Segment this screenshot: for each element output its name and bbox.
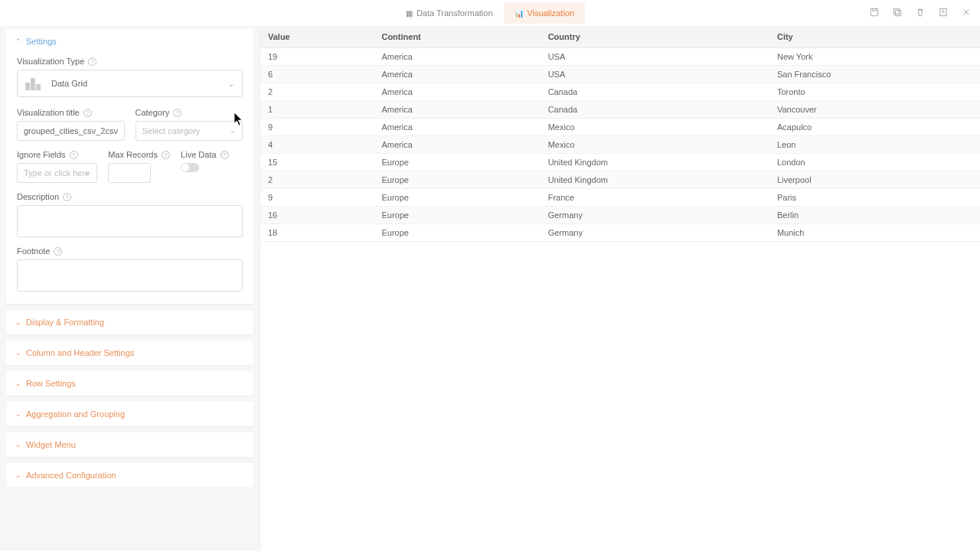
label-footnote: Footnote ? <box>17 246 243 256</box>
trash-icon[interactable] <box>914 6 926 18</box>
tabs: ▦ Data Transformation 📊 Visualization <box>395 2 585 24</box>
table-row[interactable]: 2AmericaCanadaToronto <box>260 83 980 101</box>
svg-rect-0 <box>871 8 877 15</box>
help-icon[interactable]: ? <box>54 247 62 256</box>
column-header[interactable]: Continent <box>374 26 540 48</box>
export-icon[interactable] <box>937 6 949 18</box>
panel-header-aggregation[interactable]: ⌄ Aggregation and Grouping <box>6 402 253 426</box>
chevron-down-icon: ⌄ <box>15 318 21 326</box>
chevron-down-icon: ⌄ <box>15 410 21 418</box>
help-icon[interactable]: ? <box>63 193 71 201</box>
tab-data-transformation[interactable]: ▦ Data Transformation <box>395 2 504 24</box>
chevron-down-icon: ⌄ <box>15 349 21 357</box>
chart-icon: 📊 <box>514 9 524 18</box>
cell: Europe <box>374 207 540 224</box>
column-header[interactable]: City <box>769 26 980 48</box>
chevron-down-icon: ⌄ <box>15 471 21 479</box>
save-icon[interactable] <box>868 6 880 18</box>
panel-header-row[interactable]: ⌄ Row Settings <box>6 371 253 396</box>
help-icon[interactable]: ? <box>220 151 229 159</box>
tab-label: Visualization <box>528 8 575 18</box>
cell: 18 <box>260 224 374 242</box>
help-icon[interactable]: ? <box>83 109 92 117</box>
column-header[interactable]: Country <box>541 26 769 48</box>
panel-title: Widget Menu <box>26 440 76 449</box>
panel-widget: ⌄ Widget Menu <box>6 432 253 457</box>
label-live-data: Live Data ? <box>181 150 243 159</box>
cell: Vancouver <box>769 101 980 119</box>
table-row[interactable]: 9EuropeFranceParis <box>260 189 980 207</box>
label-ignore-fields: Ignore Fields ? <box>17 150 97 159</box>
cell: New York <box>769 48 980 66</box>
table-row[interactable]: 19AmericaUSANew York <box>260 48 980 66</box>
table-row[interactable]: 18EuropeGermanyMunich <box>260 224 980 242</box>
cell: America <box>374 83 540 101</box>
cell: 15 <box>260 154 374 171</box>
cell: London <box>769 154 980 171</box>
top-bar: ▦ Data Transformation 📊 Visualization <box>0 0 980 26</box>
footnote-input[interactable] <box>17 259 243 292</box>
viz-title-input[interactable] <box>17 121 125 141</box>
tab-visualization[interactable]: 📊 Visualization <box>504 2 586 24</box>
panel-column: ⌄ Column and Header Settings <box>6 341 253 365</box>
cell: 1 <box>260 101 374 119</box>
panel-row: ⌄ Row Settings <box>6 371 253 396</box>
cell: Canada <box>541 101 769 119</box>
cell: Germany <box>541 207 769 224</box>
cell: San Francisco <box>769 66 980 83</box>
help-icon[interactable]: ? <box>162 151 170 159</box>
category-select[interactable]: Select category ⌄ <box>136 121 243 141</box>
cell: United Kingdom <box>541 154 769 171</box>
label-category: Category ? <box>136 108 243 117</box>
cell: Acapulco <box>769 119 980 136</box>
chevron-down-icon: ⌄ <box>15 441 21 448</box>
table-row[interactable]: 2EuropeUnited KingdomLiverpool <box>260 171 980 189</box>
cell: Europe <box>374 154 540 171</box>
help-icon[interactable]: ? <box>173 109 181 117</box>
cell: Toronto <box>769 83 980 101</box>
help-icon[interactable]: ? <box>88 57 96 66</box>
cell: Berlin <box>769 207 980 224</box>
cell: Canada <box>541 83 769 101</box>
svg-rect-1 <box>896 11 901 16</box>
cell: Leon <box>769 136 980 154</box>
panel-header-display[interactable]: ⌄ Display & Formatting <box>6 310 253 334</box>
viz-type-select[interactable]: Data Grid ⌄ <box>17 70 243 97</box>
panel-header-settings[interactable]: ⌃ Settings <box>6 29 253 54</box>
cell: 2 <box>260 83 374 101</box>
live-data-toggle[interactable] <box>181 163 199 172</box>
table-row[interactable]: 6AmericaUSASan Francisco <box>260 66 980 83</box>
max-records-input[interactable] <box>108 163 151 183</box>
chevron-down-icon: ⌄ <box>15 380 21 387</box>
copy-icon[interactable] <box>891 6 903 18</box>
panel-title: Row Settings <box>26 379 76 388</box>
panel-title: Aggregation and Grouping <box>26 409 125 419</box>
cell: 19 <box>260 48 374 66</box>
column-header[interactable]: Value <box>260 26 374 48</box>
ignore-fields-select[interactable]: Type or click here ⌄ <box>17 163 97 183</box>
panel-header-advanced[interactable]: ⌄ Advanced Configuration <box>6 463 253 487</box>
cell: Mexico <box>541 119 769 136</box>
table-row[interactable]: 1AmericaCanadaVancouver <box>260 101 980 119</box>
table-row[interactable]: 9AmericaMexicoAcapulco <box>260 119 980 136</box>
label-viz-title: Visualization title ? <box>17 108 125 117</box>
panel-aggregation: ⌄ Aggregation and Grouping <box>6 402 253 426</box>
cell: 9 <box>260 119 374 136</box>
description-input[interactable] <box>17 205 243 237</box>
table-row[interactable]: 16EuropeGermanyBerlin <box>260 207 980 224</box>
panel-header-widget[interactable]: ⌄ Widget Menu <box>6 432 253 457</box>
cell: Mexico <box>541 136 769 154</box>
table-row[interactable]: 15EuropeUnited KingdomLondon <box>260 154 980 171</box>
cell: Europe <box>374 171 540 189</box>
panel-title: Display & Formatting <box>26 318 104 327</box>
panel-header-column[interactable]: ⌄ Column and Header Settings <box>6 341 253 365</box>
cell: United Kingdom <box>541 171 769 189</box>
label-viz-type: Visualization Type ? <box>17 57 243 66</box>
close-icon[interactable] <box>960 6 972 18</box>
cell: France <box>541 189 769 207</box>
help-icon[interactable]: ? <box>70 151 78 159</box>
table-row[interactable]: 4AmericaMexicoLeon <box>260 136 980 154</box>
cell: America <box>374 119 540 136</box>
cell: Europe <box>374 189 540 207</box>
chevron-down-icon: ⌄ <box>84 168 90 176</box>
